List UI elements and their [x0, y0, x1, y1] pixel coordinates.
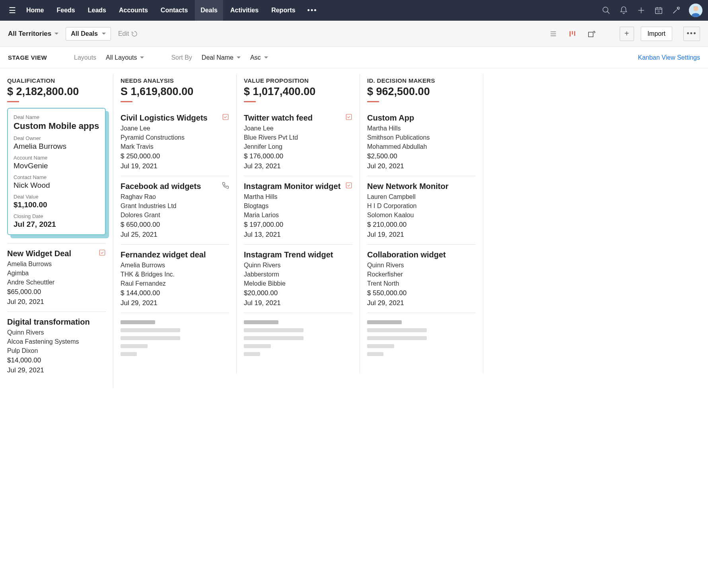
deal-owner: Amelia Burrows: [121, 262, 229, 269]
value-label: Deal Value: [14, 194, 99, 200]
account-value: MovGenie: [14, 162, 99, 170]
import-button[interactable]: Import: [641, 27, 672, 41]
nav-reports[interactable]: Reports: [266, 0, 301, 21]
nav-leads[interactable]: Leads: [82, 0, 112, 21]
bell-icon[interactable]: [616, 2, 632, 18]
sortby-label: Sort By: [171, 54, 192, 61]
deal-account: Alcoa Fastening Systems: [7, 338, 106, 345]
sortby-dropdown[interactable]: Deal Name: [202, 54, 241, 61]
contact-value: Nick Wood: [14, 181, 99, 190]
deal-value: $ 210,000.00: [367, 221, 476, 229]
deal-card[interactable]: Instagram Monitor widgetMartha HillsBlog…: [244, 176, 352, 244]
nav-activities[interactable]: Activities: [225, 0, 264, 21]
kanban-board: QUALIFICATION$ 2,182,800.00Deal NameCust…: [0, 68, 708, 388]
deal-date: Jul 19, 2021: [121, 162, 229, 170]
nav-home[interactable]: Home: [21, 0, 49, 21]
deal-contact: Pulp Dixon: [7, 347, 106, 354]
list-view-icon[interactable]: [547, 28, 559, 40]
stage-controls: STAGE VIEW Layouts All Layouts Sort By D…: [0, 47, 708, 68]
deal-owner: Raghav Rao: [121, 193, 229, 201]
svg-line-1: [607, 12, 610, 14]
avatar[interactable]: [689, 4, 702, 17]
deal-contact: Melodie Bibbie: [244, 280, 352, 287]
nav-more-icon[interactable]: •••: [303, 6, 322, 15]
stage-column: ID. DECISION MAKERS$ 962,500.00Custom Ap…: [360, 74, 483, 374]
tools-icon[interactable]: [668, 2, 684, 18]
closing-label: Closing Date: [14, 213, 99, 219]
deal-name: New Widget Deal: [7, 249, 106, 258]
column-accent: [367, 101, 379, 102]
deal-card[interactable]: Facebook ad widgetsRaghav RaoGrant Indus…: [121, 176, 229, 244]
deal-card[interactable]: New Widget DealAmelia BurrowsAgimbaAndre…: [7, 243, 106, 312]
deal-account: Blogtags: [244, 202, 352, 210]
deal-account: H I D Corporation: [367, 202, 476, 210]
deal-name: Instagram Trend widget: [244, 250, 352, 259]
nav-contacts[interactable]: Contacts: [155, 0, 193, 21]
deal-name: Digital transformation: [7, 317, 106, 327]
selected-deal-card[interactable]: Deal NameCustom Mobile appsDeal OwnerAme…: [7, 108, 106, 235]
deal-card[interactable]: Civil Logistics WidgetsJoane LeePyramid …: [121, 108, 229, 176]
deal-card[interactable]: Instagram Trend widgetQuinn RiversJabber…: [244, 244, 352, 313]
deal-card[interactable]: Fernandez widget dealAmelia BurrowsTHK &…: [121, 244, 229, 313]
deal-card[interactable]: New Network MonitorLauren CampbellH I D …: [367, 176, 476, 244]
deal-owner: Quinn Rivers: [7, 329, 106, 336]
layouts-dropdown[interactable]: All Layouts: [106, 54, 144, 61]
chevron-down-icon: [140, 56, 144, 58]
deal-card[interactable]: Digital transformationQuinn RiversAlcoa …: [7, 312, 106, 380]
add-button[interactable]: +: [620, 27, 634, 41]
hamburger-icon[interactable]: ☰: [6, 6, 19, 15]
column-amount: $ 2,182,800.00: [7, 86, 106, 98]
kanban-settings-link[interactable]: Kanban View Settings: [638, 54, 700, 61]
deal-date: Jul 20, 2021: [367, 162, 476, 170]
view-dropdown[interactable]: All Deals: [66, 27, 111, 41]
svg-text:31: 31: [657, 10, 660, 13]
nav-accounts[interactable]: Accounts: [113, 0, 154, 21]
svg-point-0: [603, 7, 608, 12]
edit-button[interactable]: Edit: [118, 30, 138, 37]
top-nav: ☰ Home Feeds Leads Accounts Contacts Dea…: [0, 0, 708, 21]
checklist-icon[interactable]: [345, 182, 352, 191]
checklist-icon[interactable]: [345, 113, 352, 122]
column-amount: $ 962,500.00: [367, 86, 476, 98]
deal-name: Civil Logistics Widgets: [121, 113, 229, 123]
closing-value: Jul 27, 2021: [14, 220, 99, 229]
chevron-down-icon: [102, 33, 106, 35]
filter-bar: All Territories All Deals Edit + Import …: [0, 21, 708, 47]
more-button[interactable]: •••: [683, 27, 700, 41]
territory-dropdown[interactable]: All Territories: [8, 30, 58, 38]
deal-date: Jul 25, 2021: [121, 231, 229, 239]
calendar-icon[interactable]: 31: [651, 2, 667, 18]
nav-feeds[interactable]: Feeds: [51, 0, 80, 21]
deal-date: Jul 23, 2021: [244, 162, 352, 170]
nav-deals[interactable]: Deals: [195, 0, 223, 21]
deal-account: Jabberstorm: [244, 271, 352, 278]
deal-value: $ 176,000.00: [244, 152, 352, 160]
plus-icon[interactable]: [633, 2, 649, 18]
deal-card[interactable]: Collaboration widgetQuinn RiversRockerfi…: [367, 244, 476, 313]
sortorder-dropdown[interactable]: Asc: [250, 54, 268, 61]
deal-name: Collaboration widget: [367, 250, 476, 259]
search-icon[interactable]: [598, 2, 614, 18]
deal-name: Instagram Monitor widget: [244, 182, 352, 191]
svg-rect-18: [588, 32, 593, 37]
deal-account: Rockerfisher: [367, 271, 476, 278]
phone-icon[interactable]: [222, 182, 229, 191]
deal-owner: Quinn Rivers: [244, 262, 352, 269]
deal-date: Jul 19, 2021: [244, 299, 352, 307]
deal-name: Fernandez widget deal: [121, 250, 229, 259]
account-label: Account Name: [14, 155, 99, 161]
deal-account: Grant Industries Ltd: [121, 202, 229, 210]
deal-contact: Solomon Kaalou: [367, 212, 476, 219]
column-amount: $ 1,017,400.00: [244, 86, 352, 98]
canvas-view-icon[interactable]: [585, 28, 597, 40]
kanban-view-icon[interactable]: [566, 28, 578, 40]
stage-column: VALUE PROPOSITION$ 1,017,400.00Twitter w…: [237, 74, 360, 374]
deal-owner: Quinn Rivers: [367, 262, 476, 269]
deal-account: Agimba: [7, 270, 106, 277]
checklist-icon[interactable]: [99, 249, 106, 258]
deal-card[interactable]: Custom AppMartha HillsSmithson Publicati…: [367, 108, 476, 176]
deal-owner: Martha Hills: [367, 125, 476, 132]
deal-value: $ 250,000.00: [121, 152, 229, 160]
deal-card[interactable]: Twitter watch feedJoane LeeBlue Rivers P…: [244, 108, 352, 176]
checklist-icon[interactable]: [222, 113, 229, 122]
